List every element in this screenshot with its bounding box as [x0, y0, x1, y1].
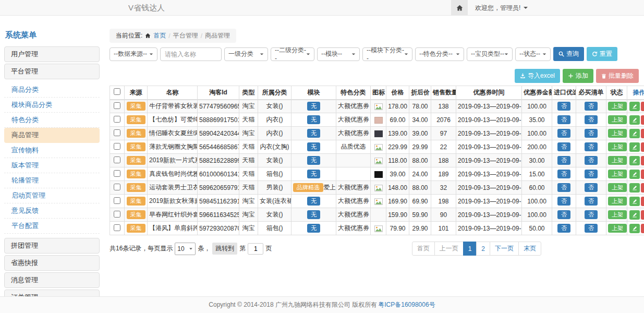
status-badge[interactable]: 上架	[608, 115, 627, 124]
mustbuy-toggle-button[interactable]: 否	[585, 156, 598, 165]
mustbuy-toggle-button[interactable]: 否	[585, 170, 598, 178]
import-toggle-button[interactable]: 否	[557, 129, 570, 138]
mustbuy-toggle-button[interactable]: 否	[585, 210, 598, 219]
delete-button[interactable]	[641, 142, 644, 152]
sidebar-item[interactable]: 模块商品分类	[4, 98, 100, 113]
status-badge[interactable]: 上架	[608, 156, 627, 165]
delete-button[interactable]	[641, 170, 644, 179]
sidebar-item[interactable]: 启动页管理	[4, 188, 100, 203]
status-badge[interactable]: 上架	[608, 210, 627, 219]
row-checkbox[interactable]	[114, 143, 120, 150]
edit-button[interactable]	[629, 170, 640, 179]
delete-button[interactable]	[641, 183, 644, 192]
sidebar-group-item[interactable]: 消息管理	[4, 272, 100, 288]
user-menu[interactable]: 欢迎您，管理员!	[468, 0, 535, 16]
status-badge[interactable]: 上架	[608, 170, 627, 178]
status-badge[interactable]: 上架	[608, 224, 627, 233]
sidebar-item[interactable]: 平台配置	[4, 219, 100, 234]
filter-name-input[interactable]	[160, 47, 222, 61]
jump-button[interactable]: 跳转到	[212, 243, 237, 255]
import-toggle-button[interactable]: 否	[557, 197, 570, 206]
import-toggle-button[interactable]: 否	[557, 142, 570, 151]
reset-button[interactable]: 重置	[587, 47, 617, 61]
filter-module-sub[interactable]: --模块下分类--	[362, 47, 412, 61]
delete-button[interactable]	[641, 102, 644, 111]
status-badge[interactable]: 上架	[608, 197, 627, 206]
page-button[interactable]: 1	[463, 242, 477, 256]
page-button[interactable]: 下一页	[490, 242, 519, 256]
home-button[interactable]	[451, 0, 468, 16]
filter-module[interactable]: --模块--	[317, 47, 360, 61]
edit-button[interactable]	[629, 224, 640, 233]
icp-link[interactable]: 粤ICP备16098006号	[378, 300, 435, 309]
sidebar-group-item[interactable]: 订单管理	[4, 290, 100, 296]
filter-data-source[interactable]: --数据来源--	[110, 47, 157, 61]
add-button[interactable]: 添加	[563, 69, 593, 83]
filter-category-2[interactable]: --二级分类--	[271, 47, 314, 61]
filter-status[interactable]: --状态--	[515, 47, 551, 61]
mustbuy-toggle-button[interactable]: 否	[585, 102, 598, 111]
status-badge[interactable]: 上架	[608, 183, 627, 192]
mustbuy-toggle-button[interactable]: 否	[585, 224, 598, 233]
page-button[interactable]: 首页	[412, 242, 435, 256]
delete-button[interactable]	[641, 129, 644, 138]
delete-button[interactable]	[641, 197, 644, 206]
delete-button[interactable]	[641, 224, 644, 233]
edit-button[interactable]	[629, 210, 640, 220]
delete-button[interactable]	[641, 210, 644, 220]
page-button[interactable]: 2	[476, 242, 490, 256]
sidebar-item[interactable]: 商品分类	[4, 82, 100, 98]
page-size-select[interactable]: 10	[175, 243, 196, 255]
mustbuy-toggle-button[interactable]: 否	[585, 142, 598, 151]
row-checkbox[interactable]	[114, 224, 120, 231]
row-checkbox[interactable]	[114, 129, 120, 136]
row-checkbox[interactable]	[114, 116, 120, 123]
edit-button[interactable]	[629, 142, 640, 152]
mustbuy-toggle-button[interactable]: 否	[585, 197, 598, 206]
page-button[interactable]: 末页	[518, 242, 541, 256]
sidebar-item[interactable]: 版本管理	[4, 158, 100, 173]
edit-button[interactable]	[629, 183, 640, 192]
query-button[interactable]: 查询	[553, 47, 584, 61]
row-checkbox[interactable]	[114, 170, 120, 177]
sidebar-group-item[interactable]: 拼团管理	[4, 238, 100, 254]
filter-feature[interactable]: --特色分类--	[415, 47, 464, 61]
status-badge[interactable]: 上架	[608, 142, 627, 151]
row-checkbox[interactable]	[114, 197, 120, 204]
jump-page-input[interactable]	[248, 243, 263, 255]
import-toggle-button[interactable]: 否	[557, 115, 570, 124]
row-checkbox[interactable]	[114, 211, 120, 218]
delete-button[interactable]	[641, 156, 644, 165]
select-all-checkbox[interactable]	[114, 88, 120, 95]
sidebar-group-item[interactable]: 平台管理	[4, 64, 100, 79]
sidebar-item[interactable]: 商品管理	[4, 128, 100, 143]
page-button[interactable]: 上一页	[434, 242, 464, 256]
edit-button[interactable]	[629, 197, 640, 206]
batch-delete-button[interactable]: 批量删除	[596, 69, 639, 83]
sidebar-item[interactable]: 特色分类	[4, 113, 100, 128]
import-toggle-button[interactable]: 否	[557, 102, 570, 111]
status-badge[interactable]: 上架	[608, 102, 627, 111]
sidebar-group-item[interactable]: 用户管理	[4, 46, 100, 62]
import-toggle-button[interactable]: 否	[557, 183, 570, 192]
import-toggle-button[interactable]: 否	[557, 210, 570, 219]
sidebar-item[interactable]: 轮播管理	[4, 173, 100, 188]
status-badge[interactable]: 上架	[608, 129, 627, 138]
row-checkbox[interactable]	[114, 102, 120, 109]
import-toggle-button[interactable]: 否	[557, 170, 570, 178]
import-toggle-button[interactable]: 否	[557, 224, 570, 233]
import-toggle-button[interactable]: 否	[557, 156, 570, 165]
edit-button[interactable]	[629, 129, 640, 138]
breadcrumb-home-link[interactable]: 首页	[153, 31, 166, 40]
sidebar-item[interactable]: 宣传物料	[4, 143, 100, 158]
filter-item-type[interactable]: --宝贝类型--	[467, 47, 513, 61]
mustbuy-toggle-button[interactable]: 否	[585, 129, 598, 138]
delete-button[interactable]	[641, 115, 644, 125]
mustbuy-toggle-button[interactable]: 否	[585, 183, 598, 192]
edit-button[interactable]	[629, 156, 640, 165]
import-excel-button[interactable]: 导入excel	[515, 69, 560, 83]
mustbuy-toggle-button[interactable]: 否	[585, 115, 598, 124]
row-checkbox[interactable]	[114, 184, 120, 190]
sidebar-item[interactable]: 意见反馈	[4, 203, 100, 219]
filter-category-1[interactable]: 一级分类	[224, 47, 268, 61]
